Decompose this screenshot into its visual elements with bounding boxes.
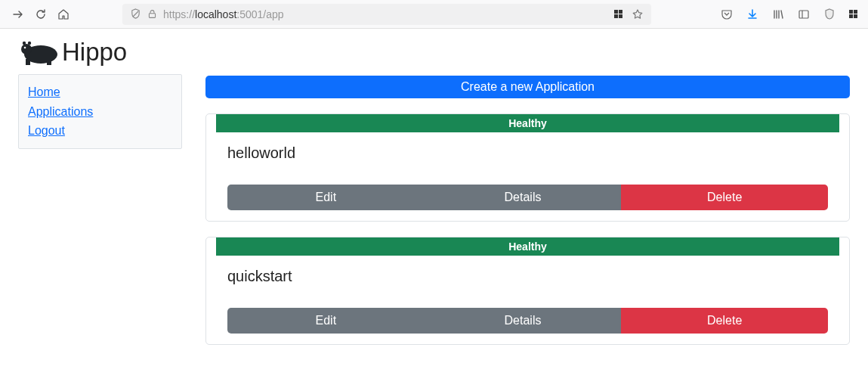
url-bar[interactable]: https://localhost:5001/app: [122, 4, 651, 25]
edit-button[interactable]: Edit: [227, 308, 425, 334]
svg-point-10: [28, 42, 31, 45]
svg-point-8: [24, 47, 26, 49]
bookmark-star-icon[interactable]: [632, 8, 644, 20]
qr-icon[interactable]: [614, 10, 622, 18]
svg-rect-6: [47, 59, 51, 65]
svg-line-0: [133, 11, 139, 17]
application-card: Healthy quickstart Edit Details Delete: [205, 237, 850, 345]
application-name: helloworld: [206, 132, 849, 185]
delete-button[interactable]: Delete: [621, 308, 828, 334]
lock-icon: [147, 9, 157, 19]
svg-rect-5: [26, 59, 30, 65]
edit-button[interactable]: Edit: [227, 185, 425, 210]
extensions-icon[interactable]: [849, 10, 857, 18]
brand-title: Hippo: [62, 38, 127, 67]
details-button[interactable]: Details: [425, 185, 622, 210]
svg-point-7: [21, 44, 32, 54]
sidebar-item-logout[interactable]: Logout: [28, 121, 172, 141]
browser-toolbar: https://localhost:5001/app: [0, 0, 868, 29]
sidebar-item-applications[interactable]: Applications: [28, 102, 172, 122]
library-icon[interactable]: [772, 8, 784, 20]
sidebar-item-home[interactable]: Home: [28, 82, 172, 102]
application-card: Healthy helloworld Edit Details Delete: [205, 113, 850, 222]
svg-rect-1: [149, 14, 155, 18]
status-badge: Healthy: [216, 237, 839, 256]
application-name: quickstart: [206, 256, 849, 308]
details-button[interactable]: Details: [425, 308, 622, 334]
status-badge: Healthy: [216, 114, 839, 132]
shield-icon: [130, 8, 141, 20]
card-actions: Edit Details Delete: [227, 308, 828, 334]
brand: Hippo: [18, 38, 204, 67]
ublock-icon[interactable]: [823, 8, 836, 20]
create-application-button[interactable]: Create a new Application: [205, 76, 850, 98]
svg-rect-2: [799, 11, 808, 18]
hippo-logo-icon: [18, 39, 59, 65]
sidebar-nav: Home Applications Logout: [18, 74, 182, 149]
url-text: https://localhost:5001/app: [163, 8, 284, 20]
svg-point-9: [23, 42, 26, 45]
sidebar-icon[interactable]: [798, 8, 810, 20]
forward-button[interactable]: [12, 8, 24, 20]
card-actions: Edit Details Delete: [227, 185, 828, 210]
home-button[interactable]: [57, 8, 70, 20]
reload-button[interactable]: [35, 8, 47, 20]
delete-button[interactable]: Delete: [621, 185, 828, 210]
download-icon[interactable]: [746, 8, 758, 20]
pocket-icon[interactable]: [721, 8, 733, 20]
